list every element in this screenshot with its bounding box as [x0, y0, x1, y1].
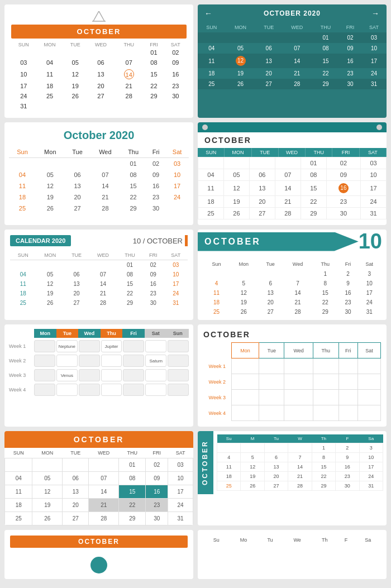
- day-thu: Thu: [101, 329, 123, 338]
- col-sa: Sa: [355, 536, 381, 544]
- card-orange-big-grid: OCTOBER SUN MON TUE WED THU FRI SAT 0102…: [4, 431, 193, 525]
- col-sat: SAT: [164, 251, 188, 260]
- col-fri: FRI: [332, 148, 359, 157]
- week2-label: Week 2: [203, 374, 231, 390]
- cell: Neptune: [56, 340, 78, 352]
- week4-cells: [34, 384, 189, 396]
- week3-cells: Venus: [34, 369, 189, 381]
- cell: [34, 355, 55, 367]
- col-mon: MON: [32, 448, 63, 458]
- gray-day: 23: [146, 499, 168, 512]
- card-week-lines: OCTOBER Mon Tue Wed Thu Fri Sat Week 1: [198, 324, 387, 427]
- calendar-nav: ← OCTOBER 2020 →: [198, 4, 387, 22]
- cell: [231, 374, 259, 390]
- day-header-row: SUN MON TUE WED THU FRI SAT: [198, 148, 387, 157]
- cell: [34, 384, 55, 396]
- calendar-content: Sun Mon Tue Wed Thu Fri Sat 123 45678910…: [198, 256, 387, 320]
- col-we: We: [283, 536, 312, 544]
- col-th: Th: [312, 434, 335, 443]
- month-number: 10 / OCTOBER: [133, 235, 188, 246]
- cell: [357, 405, 380, 421]
- month-title: October 2020: [9, 129, 189, 142]
- week4-label: Week 4: [9, 387, 34, 393]
- col-sat: Sat: [358, 259, 381, 269]
- col-wed: Wed: [284, 343, 313, 358]
- cell: [357, 390, 380, 405]
- col-tue: Tue: [259, 343, 284, 358]
- teal-day: 16: [146, 485, 168, 499]
- card-simple-october: OCTOBER SUN MON TUE WED THU FRI SAT 0102: [4, 4, 193, 118]
- card-calendar2020: CALENDAR 2020 10 / OCTOBER SUN MON TUE W…: [4, 230, 193, 320]
- cell: [101, 384, 122, 396]
- day-tue: Tue: [56, 329, 79, 338]
- cell: [145, 384, 166, 396]
- card-dark-teal-october: ← OCTOBER 2020 → SUN MON TUE WED THU FRI…: [198, 4, 387, 118]
- col-tu: Tu: [258, 536, 282, 544]
- col-sat: SAT: [361, 22, 387, 32]
- next-arrow[interactable]: →: [371, 9, 380, 18]
- col-wed: Wed: [283, 259, 313, 269]
- cell: [231, 405, 259, 421]
- col-sat: SAT: [360, 148, 387, 157]
- col-thu: THU: [306, 148, 332, 157]
- col-mon: Mon: [36, 146, 65, 158]
- col-thu: Thu: [312, 259, 338, 269]
- card-week-events: Mon Tue Wed Thu Fri Sat Sun Week 1 Neptu…: [4, 324, 193, 427]
- cell: [357, 358, 380, 374]
- cell: [123, 384, 144, 396]
- col-mon: Mon: [231, 343, 259, 358]
- cell: [123, 369, 144, 381]
- col-mo: Mo: [230, 536, 258, 544]
- week1-label: Week 1: [9, 343, 34, 349]
- col-tue: TUE: [255, 22, 282, 32]
- col-sat: Sat: [357, 343, 380, 358]
- cell: [284, 405, 313, 421]
- cell: Venus: [56, 369, 78, 381]
- week3-label: Week 3: [203, 390, 231, 405]
- cell: [79, 340, 100, 352]
- prev-arrow[interactable]: ←: [204, 9, 213, 18]
- card6-header-wrapper: OCTOBER 10: [198, 230, 387, 254]
- card-october-10: OCTOBER 10 Sun Mon Tue Wed Thu Fri Sat: [198, 230, 387, 320]
- week1-cells: Neptune Jupiter: [34, 340, 189, 352]
- cell: [313, 405, 339, 421]
- col-sun: SUN: [5, 448, 32, 458]
- col-tue: TUE: [64, 251, 89, 260]
- calendar-content: Su M Tu W Th F Sa 123 45678910 111213141…: [213, 431, 387, 494]
- teal-day: 15: [119, 485, 146, 499]
- dot-left: [202, 125, 208, 130]
- col-sun: SUN: [198, 148, 225, 157]
- gray-day: 21: [89, 499, 119, 512]
- hanging-icon: [11, 11, 187, 22]
- col-su: Su: [203, 536, 230, 544]
- cell: [231, 390, 259, 405]
- cell: [79, 369, 100, 381]
- card10-layout: OCTOBER Su M Tu W Th F Sa: [198, 431, 387, 494]
- month-title: OCTOBER: [204, 237, 261, 246]
- col-mon: MON: [226, 22, 256, 32]
- col-thu: THU: [119, 448, 146, 458]
- week4-row: Week 4: [9, 384, 189, 396]
- cell: [313, 358, 339, 374]
- col-fri: FRI: [142, 251, 164, 260]
- orange-accent: [185, 235, 188, 246]
- cell: [259, 390, 284, 405]
- cell: [145, 340, 166, 352]
- gray-day: 22: [119, 499, 146, 512]
- month-number: 10: [359, 230, 387, 254]
- cell: [56, 355, 78, 367]
- card-bottom-left: OCTOBER: [4, 530, 193, 579]
- cell: [338, 374, 357, 390]
- col-f: F: [336, 434, 359, 443]
- col-sat: SAT: [168, 448, 193, 458]
- col-tue: Tue: [65, 146, 90, 158]
- col-mon: MON: [36, 251, 64, 260]
- cell: [284, 374, 313, 390]
- cell: [231, 358, 259, 374]
- col-wed: Wed: [90, 146, 121, 158]
- col-sa: Sa: [359, 434, 383, 443]
- cell: [338, 358, 357, 374]
- col-m: M: [241, 434, 264, 443]
- calendar-badge: CALENDAR 2020: [10, 235, 71, 246]
- col-fri: Fri: [338, 343, 357, 358]
